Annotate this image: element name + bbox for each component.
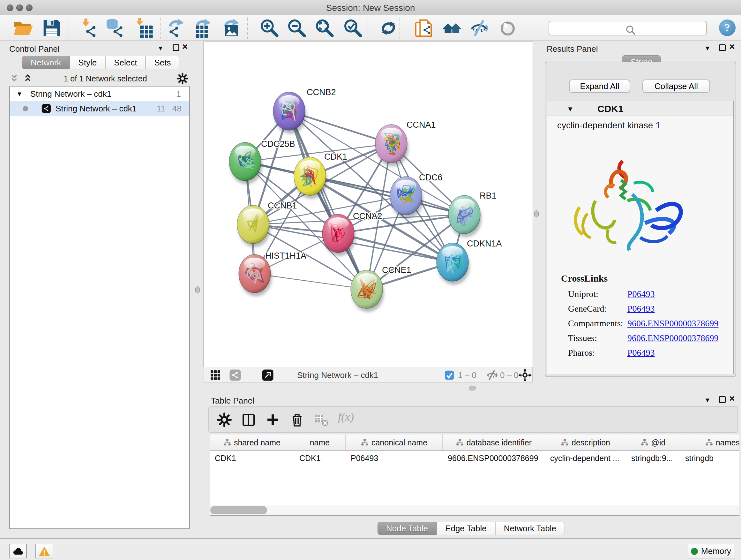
network-overview-icon[interactable] bbox=[229, 369, 242, 381]
hide-graphics-details-button[interactable] bbox=[468, 18, 489, 38]
table-cell[interactable]: cyclin-dependent ... bbox=[545, 451, 626, 465]
show-columns-icon[interactable] bbox=[241, 412, 256, 428]
help-button[interactable]: ? bbox=[719, 19, 736, 36]
node-CCNB2[interactable] bbox=[273, 92, 307, 134]
crosslink-value-link[interactable]: 9606.ENSP00000378699 bbox=[627, 318, 718, 328]
collection-expand-icon[interactable]: ▼ bbox=[16, 90, 23, 98]
network-tree-row[interactable]: String Network – cdk1 11 48 bbox=[10, 101, 189, 116]
collapse-all-button[interactable]: Collapse All bbox=[643, 79, 710, 93]
column-header--id[interactable]: @id bbox=[626, 435, 680, 450]
node-CCNB1[interactable] bbox=[237, 205, 270, 247]
gene-collapse-icon[interactable]: ▼ bbox=[567, 106, 574, 113]
zoom-out-button[interactable] bbox=[286, 18, 307, 38]
table-cell[interactable]: stringdb:9... bbox=[626, 451, 680, 465]
left-splitter-handle[interactable] bbox=[195, 287, 200, 294]
export-table-button[interactable] bbox=[193, 18, 214, 38]
gene-card-header[interactable]: ▼ CDK1 bbox=[547, 101, 733, 116]
show-home-panel-button[interactable] bbox=[441, 18, 462, 38]
hidden-eye-icon[interactable] bbox=[485, 369, 498, 381]
node-CDK1[interactable] bbox=[294, 157, 327, 199]
search-input[interactable] bbox=[564, 22, 702, 34]
warnings-button[interactable] bbox=[36, 544, 53, 558]
table-cell[interactable]: 9606.ENSP00000378699 bbox=[443, 451, 545, 465]
node-count: 11 bbox=[157, 104, 165, 114]
clone-network-button[interactable] bbox=[413, 18, 434, 38]
crosslink-value-link[interactable]: P06493 bbox=[627, 289, 655, 299]
column-header-name[interactable]: name bbox=[294, 435, 346, 450]
fit-selected-icon[interactable] bbox=[518, 368, 532, 382]
node-CCNA1[interactable] bbox=[375, 125, 408, 166]
table-cell[interactable]: CDK1 bbox=[294, 451, 346, 465]
add-column-icon[interactable] bbox=[265, 412, 280, 428]
network-tree-row[interactable]: ▼ String Network – cdk1 1 bbox=[10, 86, 189, 101]
search-box[interactable] bbox=[549, 21, 707, 36]
column-header-shared-name[interactable]: shared name bbox=[210, 435, 294, 450]
scrollbar-thumb[interactable] bbox=[210, 506, 267, 514]
refresh-view-button[interactable] bbox=[378, 18, 399, 38]
open-session-button[interactable] bbox=[12, 18, 33, 38]
table-options-gear-icon[interactable] bbox=[217, 412, 232, 428]
edge-CCNB2-CCNE1[interactable] bbox=[289, 111, 367, 289]
import-network-from-file-button[interactable] bbox=[77, 18, 98, 38]
column-header-namespace[interactable]: namespace bbox=[680, 435, 739, 450]
export-network-button[interactable] bbox=[166, 18, 188, 38]
delete-column-icon[interactable] bbox=[289, 412, 305, 428]
control-panel-close-icon[interactable]: × bbox=[182, 42, 188, 51]
node-CDKN1A[interactable] bbox=[436, 243, 470, 285]
column-header-description[interactable]: description bbox=[545, 435, 626, 450]
control-panel-maximize-icon[interactable] bbox=[173, 44, 179, 51]
expand-all-button[interactable]: Expand All bbox=[569, 79, 630, 93]
tab-select[interactable]: Select bbox=[105, 56, 145, 69]
table-panel-maximize-icon[interactable] bbox=[719, 396, 726, 403]
results-panel-close-icon[interactable]: × bbox=[729, 42, 735, 51]
refresh-view-icon bbox=[378, 18, 399, 38]
node-RB1[interactable] bbox=[448, 195, 482, 237]
node-CCNA2[interactable] bbox=[322, 214, 355, 256]
results-panel-maximize-icon[interactable] bbox=[719, 44, 726, 51]
results-panel-float-icon[interactable]: ▼ bbox=[704, 45, 711, 51]
crosslink-value-link[interactable]: 9606.ENSP00000378699 bbox=[627, 333, 718, 343]
crosslink-value-link[interactable]: P06493 bbox=[627, 348, 655, 358]
bottom-splitter-handle[interactable] bbox=[469, 386, 476, 390]
selected-nodes-checkbox[interactable] bbox=[444, 370, 455, 381]
import-table-from-file-button[interactable] bbox=[132, 18, 153, 38]
tab-sets[interactable]: Sets bbox=[145, 56, 179, 69]
tab-edge-table[interactable]: Edge Table bbox=[436, 522, 495, 535]
tab-network[interactable]: Network bbox=[22, 56, 70, 69]
import-network-from-database-button[interactable] bbox=[104, 18, 125, 38]
table-tabs: Node TableEdge TableNetwork Table bbox=[378, 522, 565, 535]
table-cell[interactable]: CDK1 bbox=[210, 451, 294, 465]
right-splitter-handle[interactable] bbox=[534, 210, 539, 217]
zoom-in-button[interactable] bbox=[259, 18, 280, 38]
expand-all-networks-icon[interactable] bbox=[23, 73, 34, 84]
tab-style[interactable]: Style bbox=[70, 56, 105, 69]
table-panel-float-icon[interactable]: ▼ bbox=[704, 397, 711, 403]
network-canvas[interactable]: CCNB2CCNA1CDC25BCDK1CDC6RB1CCNB1CCNA2CDK… bbox=[204, 42, 533, 367]
show-grid-icon[interactable] bbox=[209, 369, 222, 381]
column-label: name bbox=[310, 438, 330, 447]
crosslink-value-link[interactable]: P06493 bbox=[627, 304, 655, 314]
table-panel-close-icon[interactable]: × bbox=[729, 394, 735, 403]
control-panel-float-icon[interactable]: ▼ bbox=[157, 45, 164, 51]
birds-eye-view-button[interactable] bbox=[497, 18, 518, 38]
table-row[interactable]: CDK1CDK1P064939606.ENSP00000378699cyclin… bbox=[210, 451, 739, 465]
memory-button[interactable]: Memory bbox=[688, 544, 734, 558]
zoom-selected-button[interactable] bbox=[342, 18, 363, 38]
detach-view-icon[interactable] bbox=[261, 369, 274, 381]
cloud-status-button[interactable] bbox=[9, 544, 27, 558]
node-CDC6[interactable] bbox=[390, 177, 423, 219]
zoom-fit-content-button[interactable] bbox=[314, 18, 335, 38]
column-header-canonical-name[interactable]: canonical name bbox=[346, 435, 443, 450]
collapse-all-networks-icon[interactable] bbox=[9, 73, 21, 84]
node-CCNE1[interactable] bbox=[351, 270, 384, 312]
export-image-button[interactable] bbox=[222, 18, 243, 38]
table-cell[interactable]: P06493 bbox=[346, 451, 443, 465]
table-horizontal-scrollbar[interactable] bbox=[210, 505, 739, 515]
tab-node-table[interactable]: Node Table bbox=[378, 522, 436, 535]
column-header-database-identifier[interactable]: database identifier bbox=[443, 435, 545, 450]
table-cell[interactable]: stringdb bbox=[680, 451, 739, 465]
node-HIST1H1A[interactable] bbox=[239, 254, 272, 296]
network-options-gear-icon[interactable] bbox=[177, 72, 189, 84]
save-session-button[interactable] bbox=[41, 18, 62, 38]
tab-network-table[interactable]: Network Table bbox=[495, 522, 565, 535]
